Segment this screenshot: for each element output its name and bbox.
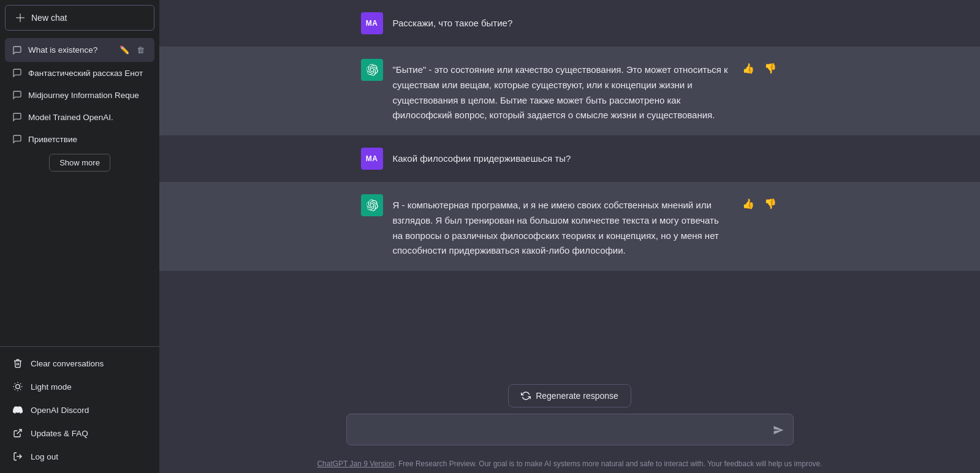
footer-link[interactable]: ChatGPT Jan 9 Version xyxy=(317,460,394,468)
svg-line-3 xyxy=(15,384,15,384)
ai-avatar-msg4 xyxy=(361,194,383,216)
message-row-msg3: MA Какой философии придерживаешься ты? xyxy=(159,135,980,182)
conversation-item-model-trained[interactable]: Model Trained OpenAI. xyxy=(5,106,154,128)
edit-conv-button[interactable]: ✏️ xyxy=(117,44,132,56)
sidebar-bottom-light-mode[interactable]: Light mode xyxy=(5,375,154,398)
user-avatar-msg1: MA xyxy=(361,12,383,34)
conv-label-model-trained: Model Trained OpenAI. xyxy=(28,113,147,122)
regenerate-button[interactable]: Regenerate response xyxy=(508,384,631,407)
footer-description: . Free Research Preview. Our goal is to … xyxy=(394,460,822,468)
conv-label-what-is-existence: What is existence? xyxy=(28,45,111,55)
sidebar-bottom-logout[interactable]: Log out xyxy=(5,445,154,468)
thumbs-down-button-msg2[interactable]: 👎 xyxy=(762,61,779,76)
message-row-msg1: MA Расскажи, что такое бытие? xyxy=(159,0,980,47)
sidebar-bottom-clear[interactable]: Clear conversations xyxy=(5,352,154,375)
logout-icon xyxy=(12,451,23,462)
bottom-item-label-light-mode: Light mode xyxy=(31,382,72,392)
footer-text: ChatGPT Jan 9 Version. Free Research Pre… xyxy=(159,460,980,473)
message-actions-msg4: 👍 👎 xyxy=(740,197,779,211)
sidebar: New chat What is existence? ✏️ 🗑 Фантаст… xyxy=(0,0,159,473)
message-row-msg2: "Бытие" - это состояние или качество сущ… xyxy=(159,47,980,135)
sidebar-bottom-faq[interactable]: Updates & FAQ xyxy=(5,422,154,445)
conversation-item-fantastic-story[interactable]: Фантастический рассказ Енот xyxy=(5,62,154,84)
conversation-item-greeting[interactable]: Приветствие xyxy=(5,128,154,150)
conversation-item-what-is-existence[interactable]: What is existence? ✏️ 🗑 xyxy=(5,38,154,62)
conversation-item-midjourney[interactable]: Midjourney Information Reque xyxy=(5,84,154,106)
regenerate-label: Regenerate response xyxy=(536,391,618,401)
message-row-msg4: Я - компьютерная программа, и я не имею … xyxy=(159,182,980,271)
send-button[interactable] xyxy=(770,422,786,438)
ai-avatar-msg2 xyxy=(361,59,383,81)
message-content-msg1: Расскажи, что такое бытие? xyxy=(393,12,779,31)
plus-icon xyxy=(15,13,25,23)
chat-icon xyxy=(12,68,22,78)
bottom-item-label-faq: Updates & FAQ xyxy=(31,429,88,438)
bottom-item-label-discord: OpenAI Discord xyxy=(31,406,89,415)
sun-icon xyxy=(12,381,23,392)
chat-icon xyxy=(12,90,22,100)
svg-line-8 xyxy=(20,384,21,384)
send-icon xyxy=(773,425,784,436)
external-icon xyxy=(12,428,23,439)
conversation-list: What is existence? ✏️ 🗑 Фантастический р… xyxy=(0,36,159,346)
conv-label-midjourney: Midjourney Information Reque xyxy=(28,91,147,100)
svg-line-7 xyxy=(15,389,15,390)
trash-icon xyxy=(12,358,23,369)
sidebar-bottom-discord[interactable]: OpenAI Discord xyxy=(5,398,154,422)
svg-line-9 xyxy=(17,429,21,434)
input-wrapper xyxy=(346,414,794,448)
conv-actions: ✏️ 🗑 xyxy=(117,44,147,56)
conv-label-greeting: Приветствие xyxy=(28,135,147,144)
conv-label-fantastic-story: Фантастический рассказ Енот xyxy=(28,69,147,78)
input-area: Regenerate response xyxy=(159,377,980,460)
chat-icon xyxy=(12,112,22,122)
show-more-button[interactable]: Show more xyxy=(49,154,110,172)
chat-input[interactable] xyxy=(346,414,794,446)
sidebar-bottom: Clear conversations Light mode OpenAI Di… xyxy=(0,346,159,473)
discord-icon xyxy=(12,404,23,415)
message-content-msg2: "Бытие" - это состояние или качество сущ… xyxy=(393,59,730,123)
message-content-msg4: Я - компьютерная программа, и я не имею … xyxy=(393,194,730,259)
new-chat-button[interactable]: New chat xyxy=(5,5,154,31)
thumbs-down-button-msg4[interactable]: 👎 xyxy=(762,197,779,211)
bottom-item-label-logout: Log out xyxy=(31,452,58,461)
message-content-msg3: Какой философии придерживаешься ты? xyxy=(393,148,779,167)
chat-icon xyxy=(12,134,22,144)
main-content: MA Расскажи, что такое бытие? "Бытие" - … xyxy=(159,0,980,473)
new-chat-label: New chat xyxy=(31,13,67,23)
delete-conv-button[interactable]: 🗑 xyxy=(134,44,147,56)
chat-messages: MA Расскажи, что такое бытие? "Бытие" - … xyxy=(159,0,980,377)
bottom-item-label-clear: Clear conversations xyxy=(31,359,104,368)
chat-icon xyxy=(12,45,22,55)
thumbs-up-button-msg4[interactable]: 👍 xyxy=(740,197,757,211)
svg-line-4 xyxy=(20,389,21,390)
svg-point-0 xyxy=(16,385,20,389)
regenerate-icon xyxy=(521,391,531,401)
message-actions-msg2: 👍 👎 xyxy=(740,61,779,76)
thumbs-up-button-msg2[interactable]: 👍 xyxy=(740,61,757,76)
user-avatar-msg3: MA xyxy=(361,148,383,170)
